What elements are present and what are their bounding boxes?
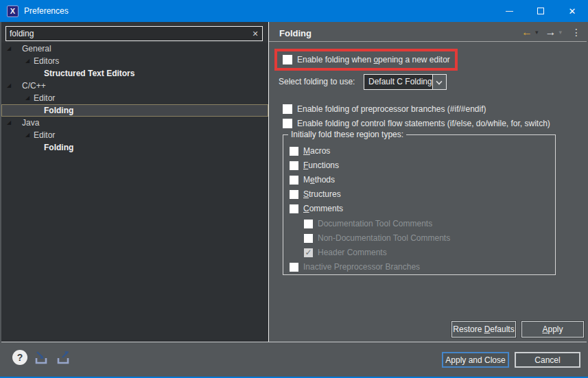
apply-and-close-button[interactable]: Apply and Close <box>442 352 509 368</box>
forward-history-caret-icon[interactable]: ▾ <box>558 29 562 36</box>
chevron-down-icon <box>436 78 442 84</box>
non-doc-tool-comments-checkbox[interactable] <box>304 234 313 243</box>
maximize-button[interactable] <box>525 0 556 22</box>
functions-row: Functions <box>290 161 339 170</box>
select-folding-label: Select folding to use: <box>279 77 355 86</box>
clear-search-icon[interactable]: ✕ <box>248 29 262 38</box>
select-folding-row: Select folding to use: <box>279 77 355 86</box>
expander-icon[interactable]: ◢ <box>25 95 30 101</box>
title-bar: X Preferences ✕ <box>0 0 588 22</box>
cancel-button[interactable]: Cancel <box>515 352 580 368</box>
header-comments-checkbox[interactable] <box>304 248 313 257</box>
preprocessor-branches-label: Enable folding of preprocessor branches … <box>297 104 486 114</box>
enable-folding-checkbox[interactable] <box>283 55 292 64</box>
help-button[interactable]: ? <box>12 350 27 365</box>
expander-icon[interactable]: ◢ <box>25 132 30 138</box>
methods-label: Methods <box>303 175 335 185</box>
apply-and-close-label: Apply and Close <box>445 355 505 365</box>
comments-label: Comments <box>303 204 343 213</box>
structures-row: Structures <box>290 189 341 199</box>
tree-item-c-cpp[interactable]: ◢C/C++ <box>1 80 268 92</box>
minimize-icon <box>506 11 513 12</box>
non-doc-tool-comments-label: Non-Documentation Tool Comments <box>318 233 450 243</box>
functions-label: Functions <box>303 161 339 170</box>
combobox-dropdown-button[interactable] <box>432 75 446 89</box>
control-flow-row: Enable folding of control flow statement… <box>283 119 550 128</box>
macros-label: Macros <box>303 146 330 156</box>
window-title: Preferences <box>24 6 69 16</box>
comments-checkbox[interactable] <box>290 204 298 213</box>
tree-item-c-folding[interactable]: Folding <box>1 104 268 117</box>
minimize-button[interactable] <box>493 0 525 22</box>
preprocessor-branches-checkbox[interactable] <box>283 104 292 114</box>
tree-item-c-editor[interactable]: ◢Editor <box>1 92 268 104</box>
forward-arrow-icon[interactable]: → <box>545 27 556 38</box>
tree-item-label: Editors <box>2 56 59 66</box>
tree-item-label: Structured Text Editors <box>2 69 134 78</box>
tree-item-editors[interactable]: ◢Editors <box>1 55 268 67</box>
restore-defaults-label: Restore Defaults <box>453 324 514 334</box>
control-flow-checkbox[interactable] <box>283 119 292 128</box>
app-logo-icon: X <box>7 5 19 17</box>
help-icon: ? <box>17 352 23 363</box>
header-separator <box>269 41 587 42</box>
window-controls: ✕ <box>493 0 588 22</box>
tree-item-java[interactable]: ◢Java <box>1 117 268 129</box>
tree-item-structured-text-editors[interactable]: Structured Text Editors <box>1 67 268 80</box>
expander-icon[interactable]: ◢ <box>25 58 30 64</box>
folding-type-combobox[interactable]: Default C Folding <box>364 74 447 90</box>
structures-checkbox[interactable] <box>290 190 298 199</box>
header-comments-label: Header Comments <box>318 248 387 257</box>
methods-row: Methods <box>290 175 335 185</box>
annotation-red-box: Enable folding when opening a new editor <box>274 49 458 71</box>
close-icon: ✕ <box>569 6 576 16</box>
folding-settings-panel: Folding ← ▾ → ▾ ⋮ Enable folding when op… <box>269 22 587 342</box>
apply-button[interactable]: Apply <box>521 321 584 338</box>
dialog-button-bar: ? Apply and Close Cancel <box>1 342 587 377</box>
inactive-preprocessor-label: Inactive Preprocessor Branches <box>303 262 420 272</box>
cancel-label: Cancel <box>534 355 560 365</box>
doc-tool-comments-row: Documentation Tool Comments <box>304 219 432 228</box>
tree-item-java-folding[interactable]: Folding <box>1 141 268 154</box>
close-button[interactable]: ✕ <box>556 0 588 22</box>
navigation-panel: ✕ ◢General ◢Editors Structured Text Edit… <box>1 22 268 342</box>
combobox-value: Default C Folding <box>364 75 432 89</box>
macros-checkbox[interactable] <box>290 147 298 156</box>
back-arrow-icon[interactable]: ← <box>521 27 532 38</box>
expander-icon[interactable]: ◢ <box>7 82 11 88</box>
expander-icon[interactable]: ◢ <box>7 119 11 126</box>
tree-item-java-editor[interactable]: ◢Editor <box>1 129 268 141</box>
doc-tool-comments-checkbox[interactable] <box>304 220 313 228</box>
restore-defaults-button[interactable]: Restore Defaults <box>451 321 516 338</box>
region-types-legend: Initially fold these region types: <box>288 130 406 139</box>
tree-item-label: Folding <box>2 106 73 115</box>
preferences-dialog: X Preferences ✕ ✕ ◢General ◢Editors Stru… <box>0 0 588 378</box>
page-title: Folding <box>279 28 311 38</box>
maximize-icon <box>537 8 544 14</box>
enable-folding-label: Enable folding when opening a new editor <box>297 55 450 64</box>
apply-label: Apply <box>542 324 563 334</box>
non-doc-tool-comments-row: Non-Documentation Tool Comments <box>304 233 450 243</box>
export-preferences-icon[interactable] <box>55 350 73 366</box>
region-types-group: Initially fold these region types: Macro… <box>283 134 556 275</box>
header-comments-row: Header Comments <box>304 248 387 257</box>
preprocessor-branches-row: Enable folding of preprocessor branches … <box>283 104 486 114</box>
methods-checkbox[interactable] <box>290 176 298 185</box>
macros-row: Macros <box>290 146 330 156</box>
filter-search-box: ✕ <box>5 26 263 41</box>
view-menu-icon[interactable]: ⋮ <box>572 27 581 38</box>
comments-row: Comments <box>290 204 343 213</box>
inactive-preprocessor-checkbox[interactable] <box>290 263 298 272</box>
back-history-caret-icon[interactable]: ▾ <box>535 29 539 36</box>
structures-label: Structures <box>303 189 341 199</box>
expander-icon[interactable]: ◢ <box>7 45 11 51</box>
control-flow-label: Enable folding of control flow statement… <box>297 119 550 128</box>
import-preferences-icon[interactable] <box>33 350 51 366</box>
functions-checkbox[interactable] <box>290 161 298 170</box>
inactive-preprocessor-row: Inactive Preprocessor Branches <box>290 262 420 272</box>
header-toolbar: ← ▾ → ▾ ⋮ <box>521 26 581 38</box>
search-input[interactable] <box>6 29 248 38</box>
tree-item-label: Folding <box>2 143 73 152</box>
preferences-tree: ◢General ◢Editors Structured Text Editor… <box>1 43 268 342</box>
tree-item-general[interactable]: ◢General <box>1 43 268 55</box>
